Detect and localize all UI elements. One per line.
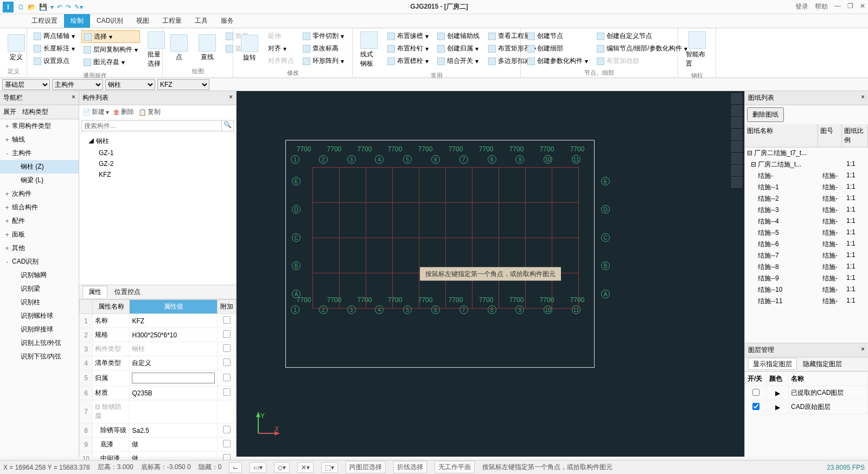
set-origin[interactable]: 设置原点 (31, 55, 77, 67)
tree-node[interactable]: 识别上弦/外弦 (0, 336, 79, 350)
sb-cross-layer[interactable]: 跨图层选择 (346, 461, 386, 473)
vt-7[interactable] (731, 165, 742, 176)
copy-floor[interactable]: 层间复制构件▾ (81, 44, 140, 55)
dwg-row[interactable]: 结施--1结施-1:1 (745, 182, 868, 193)
tree-node[interactable]: 识别下弦/内弦 (0, 350, 79, 363)
menu-cad[interactable]: CAD识别 (90, 14, 130, 28)
del-drawing[interactable]: 删除图纸 (747, 107, 784, 122)
layer-table[interactable]: 开/关颜色名称▶已提取的CAD图层▶CAD原始图层 (745, 371, 868, 414)
vt-2[interactable] (731, 105, 742, 116)
vt-5[interactable] (731, 141, 742, 152)
search-icon[interactable]: 🔍 (222, 120, 234, 131)
layer-row[interactable]: ▶CAD原始图层 (745, 400, 868, 414)
tree-node[interactable]: 识别焊接球 (0, 323, 79, 336)
type-select[interactable]: 钢柱 (105, 79, 155, 90)
search-input[interactable] (81, 120, 222, 131)
sb-workplane[interactable]: 无工作平面 (435, 461, 475, 473)
dwg-row[interactable]: 结施--3结施-1:1 (745, 204, 868, 216)
save-elems[interactable]: 图元存盘▾ (81, 56, 140, 68)
new-button[interactable]: 📄新建▾ (82, 107, 109, 117)
define-button[interactable]: 定义 (3, 29, 29, 66)
undo-icon[interactable]: ↶ (57, 3, 62, 11)
dwg-row[interactable]: 结施--2结施-1:1 (745, 193, 868, 204)
sb-icon2[interactable]: ▭▾ (250, 462, 266, 473)
dwg-row[interactable]: 结施--10结施-1:1 (745, 284, 868, 296)
clist-root[interactable]: ◢ 钢柱 (79, 135, 236, 148)
sb-icon1[interactable]: ⌙ (229, 462, 242, 473)
save-dropdown-icon[interactable]: ▾ (50, 3, 54, 11)
maximize-icon[interactable]: ❐ (847, 2, 853, 11)
category-select[interactable]: 主构件 (52, 79, 103, 90)
tree-node[interactable]: -主构件 (0, 146, 79, 160)
two-point-axis[interactable]: 两点辅轴▾ (31, 30, 77, 42)
drawing-canvas[interactable]: 1234567891011 1234567891011 770077007700… (237, 91, 744, 457)
vt-1[interactable] (731, 93, 742, 104)
tree-node[interactable]: -CAD识别 (0, 255, 79, 268)
line-tool[interactable]: 直线 (194, 29, 220, 66)
dwg-close-icon[interactable]: × (861, 93, 865, 103)
tree-node[interactable]: +常用构件类型 (0, 119, 79, 133)
dwg-row[interactable]: 结施--4结施-1:1 (745, 216, 868, 227)
dwg-row[interactable]: 结施--11结施-1:1 (745, 296, 868, 307)
stud[interactable]: 布置栓钉▾ (385, 43, 431, 54)
point-tool[interactable]: 点 (166, 29, 192, 66)
select-button[interactable]: 选择▾ (81, 30, 140, 43)
prop-tab-pos[interactable]: 位置控点 (109, 286, 146, 297)
clist-item[interactable]: GZ-1 (79, 148, 236, 158)
new-icon[interactable]: 🗋 (18, 3, 24, 11)
ltab-show[interactable]: 显示指定图层 (748, 358, 797, 370)
length-annotate[interactable]: 长度标注▾ (31, 43, 77, 54)
edit-node[interactable]: 编辑节点/细部/参数化构件▾ (595, 43, 690, 54)
prop-edit[interactable] (132, 373, 215, 383)
clist-item[interactable]: KFZ (79, 169, 236, 180)
menu-service[interactable]: 服务 (214, 14, 240, 28)
floor-select[interactable]: 基础层 (2, 79, 50, 90)
dwg-row[interactable]: 结施--9结施-1:1 (745, 273, 868, 284)
dwg-row[interactable]: 结施--6结施-1:1 (745, 239, 868, 250)
dwg-row[interactable]: 结施-结施-1:1 (745, 170, 868, 182)
menu-tools[interactable]: 工具 (188, 14, 214, 28)
nav-tab-struct[interactable]: 结构类型 (22, 108, 48, 116)
menu-view[interactable]: 视图 (130, 14, 156, 28)
tree-node[interactable]: +配件 (0, 214, 79, 228)
vt-8[interactable] (731, 177, 742, 188)
sb-icon4[interactable]: ✕▾ (297, 462, 314, 473)
nav-close-icon[interactable]: × (72, 93, 75, 103)
open-icon[interactable]: 📂 (28, 3, 36, 11)
smart-place[interactable]: 智能布置 (681, 29, 712, 71)
menu-draw[interactable]: 绘制 (64, 14, 90, 28)
ring-array[interactable]: 环形阵列▾ (301, 55, 346, 67)
brush-icon[interactable]: ✎▾ (74, 3, 83, 11)
clist-item[interactable]: GZ-2 (79, 158, 236, 169)
combine[interactable]: 组合开关▾ (435, 55, 482, 67)
copy-button[interactable]: 📋复制 (138, 107, 161, 117)
rotate-tool[interactable]: 旋转 (237, 29, 263, 68)
align[interactable]: 对齐▾ (266, 43, 296, 54)
delete-button[interactable]: 🗑删除 (113, 107, 134, 117)
layer-row[interactable]: ▶已提取的CAD图层 (745, 386, 868, 400)
sb-polyline[interactable]: 折线选择 (393, 461, 427, 473)
component-select[interactable]: KFZ (157, 79, 209, 90)
save-icon[interactable]: 💾 (39, 3, 47, 11)
redo-icon[interactable]: ↷ (66, 3, 71, 11)
purlin[interactable]: 布置缘檩▾ (385, 30, 431, 42)
minimize-icon[interactable]: — (834, 2, 841, 11)
dwg-row[interactable]: 结施--8结施-1:1 (745, 261, 868, 273)
menu-qty[interactable]: 工程量 (156, 14, 188, 28)
create-node[interactable]: 创建节点 (525, 30, 590, 42)
tree-node[interactable]: +次构件 (0, 187, 79, 201)
login-link[interactable]: 登录 (795, 2, 808, 11)
layer-close-icon[interactable]: × (861, 345, 865, 355)
line-plate[interactable]: 线式钢板 (356, 29, 382, 71)
cut-parts[interactable]: 零件切割▾ (301, 30, 346, 42)
clist-close-icon[interactable]: × (229, 93, 233, 103)
create-group[interactable]: 创建归属▾ (435, 43, 482, 54)
tree-node[interactable]: +轴线 (0, 133, 79, 146)
tree-node[interactable]: +组合构件 (0, 201, 79, 214)
tree-node[interactable]: 识别梁 (0, 282, 79, 296)
custom-node[interactable]: 创建自定义节点 (595, 30, 690, 42)
help-link[interactable]: 帮助 (815, 2, 828, 11)
close-icon[interactable]: ✕ (860, 2, 865, 11)
layer-toggle[interactable] (752, 403, 760, 410)
sb-icon3[interactable]: ◇▾ (274, 462, 290, 473)
